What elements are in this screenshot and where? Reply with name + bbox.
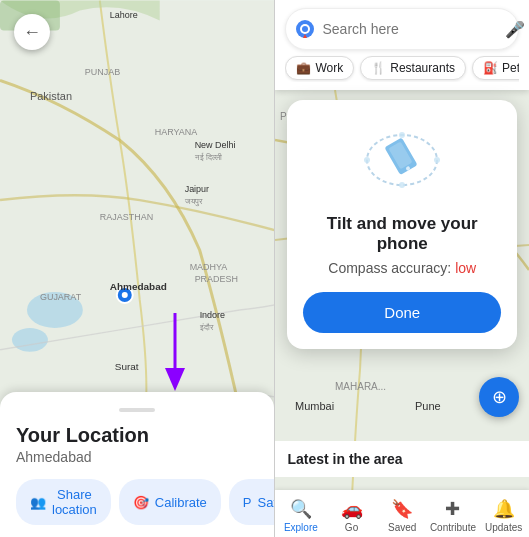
chip-petrol-label: Petrol	[502, 61, 519, 75]
explore-label: Explore	[284, 522, 318, 533]
go-label: Go	[345, 522, 358, 533]
search-input[interactable]	[322, 21, 497, 37]
svg-text:RAJASTHAN: RAJASTHAN	[100, 212, 153, 222]
bottom-actions: 👥 Share location 🎯 Calibrate P Save	[16, 479, 258, 525]
done-button[interactable]: Done	[303, 292, 501, 333]
svg-text:Jaipur: Jaipur	[185, 184, 209, 194]
svg-text:New Delhi: New Delhi	[195, 140, 236, 150]
explore-icon: 🔍	[290, 498, 312, 520]
tilt-dialog: Tilt and move your phone Compass accurac…	[287, 100, 517, 349]
tilt-subtitle: Compass accuracy: low	[303, 260, 501, 276]
svg-text:जयपुर: जयपुर	[184, 197, 203, 207]
bottom-sheet: Your Location Ahmedabad 👥 Share location…	[0, 392, 274, 537]
nav-explore[interactable]: 🔍 Explore	[275, 498, 326, 533]
updates-label: Updates	[485, 522, 522, 533]
back-button[interactable]: ←	[14, 14, 50, 50]
nav-go[interactable]: 🚗 Go	[326, 498, 377, 533]
chip-restaurants-label: Restaurants	[390, 61, 455, 75]
svg-point-27	[302, 26, 308, 32]
nav-saved[interactable]: 🔖 Saved	[377, 498, 428, 533]
share-icon: 👥	[30, 495, 46, 510]
svg-text:Ahmedabad: Ahmedabad	[110, 281, 167, 292]
svg-text:Lahore: Lahore	[110, 10, 138, 20]
svg-point-5	[122, 292, 128, 298]
tilt-illustration	[352, 120, 452, 200]
chip-restaurants[interactable]: 🍴 Restaurants	[360, 56, 466, 80]
petrol-icon: ⛽	[483, 61, 498, 75]
chip-work[interactable]: 💼 Work	[285, 56, 354, 80]
nav-items: 🔍 Explore 🚗 Go 🔖 Saved ✚ Contribute 🔔 Up…	[275, 498, 529, 533]
svg-point-43	[399, 182, 405, 188]
svg-text:Mumbai: Mumbai	[295, 400, 334, 412]
svg-text:Surat: Surat	[115, 361, 139, 372]
svg-text:Pakistan: Pakistan	[30, 90, 72, 102]
updates-icon: 🔔	[493, 498, 515, 520]
accuracy-value: low	[455, 260, 476, 276]
share-location-button[interactable]: 👥 Share location	[16, 479, 111, 525]
contribute-label: Contribute	[430, 522, 476, 533]
accuracy-label: Compass accuracy:	[328, 260, 451, 276]
bottom-nav: 🔍 Explore 🚗 Go 🔖 Saved ✚ Contribute 🔔 Up…	[275, 490, 529, 537]
calibrate-label: Calibrate	[155, 495, 207, 510]
svg-text:Indore: Indore	[200, 310, 225, 320]
calibrate-icon: 🎯	[133, 495, 149, 510]
svg-point-2	[12, 328, 48, 352]
sheet-handle	[119, 408, 155, 412]
svg-text:नई दिल्ली: नई दिल्ली	[194, 152, 222, 162]
go-icon: 🚗	[341, 498, 363, 520]
saved-label: Saved	[388, 522, 416, 533]
latest-area: Latest in the area	[275, 441, 529, 477]
svg-text:GUJARAT: GUJARAT	[40, 292, 82, 302]
work-icon: 💼	[296, 61, 311, 75]
nav-contribute[interactable]: ✚ Contribute	[428, 498, 479, 533]
left-map-panel: Pakistan RAJASTHAN GUJARAT Ahmedabad Sur…	[0, 0, 274, 537]
svg-point-40	[364, 157, 370, 163]
calibrate-button[interactable]: 🎯 Calibrate	[119, 479, 221, 525]
chip-work-label: Work	[315, 61, 343, 75]
svg-text:PUNJAB: PUNJAB	[85, 67, 120, 77]
nav-updates[interactable]: 🔔 Updates	[478, 498, 529, 533]
share-label: Share location	[52, 487, 97, 517]
search-row[interactable]: 🎤 A	[285, 8, 519, 50]
compass-icon: ⊕	[492, 386, 507, 408]
save-button[interactable]: P Save	[229, 479, 275, 525]
location-subtitle: Ahmedabad	[16, 449, 258, 465]
chips-row: 💼 Work 🍴 Restaurants ⛽ Petrol	[285, 50, 519, 82]
svg-text:HARYANA: HARYANA	[155, 127, 198, 137]
svg-text:Pune: Pune	[415, 400, 441, 412]
tilt-title: Tilt and move your phone	[303, 214, 501, 254]
latest-area-title: Latest in the area	[287, 451, 517, 467]
svg-text:PRADESH: PRADESH	[195, 274, 238, 284]
back-arrow-icon: ←	[23, 22, 41, 43]
save-icon: P	[243, 495, 252, 510]
chip-petrol[interactable]: ⛽ Petrol	[472, 56, 519, 80]
top-search-bar: 🎤 A 💼 Work 🍴 Restaurants ⛽ Petrol	[275, 0, 529, 90]
right-map-panel: 🎤 A 💼 Work 🍴 Restaurants ⛽ Petrol MAH	[275, 0, 529, 537]
svg-point-41	[434, 157, 440, 163]
svg-text:इंदौर: इंदौर	[199, 322, 214, 332]
location-title: Your Location	[16, 424, 258, 447]
save-label: Save	[258, 495, 275, 510]
svg-point-42	[399, 132, 405, 138]
compass-fab[interactable]: ⊕	[479, 377, 519, 417]
restaurant-icon: 🍴	[371, 61, 386, 75]
mic-icon[interactable]: 🎤	[505, 20, 525, 39]
saved-icon: 🔖	[391, 498, 413, 520]
svg-text:MADHYA: MADHYA	[190, 262, 228, 272]
contribute-icon: ✚	[445, 498, 460, 520]
svg-text:MAHARA...: MAHARA...	[335, 381, 386, 392]
google-maps-icon	[296, 20, 314, 38]
